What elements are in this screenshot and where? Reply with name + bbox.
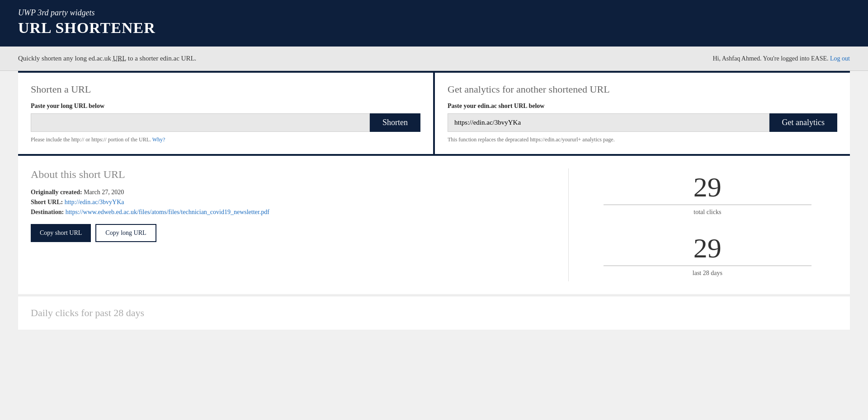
created-value: March 27, 2020 (84, 189, 124, 196)
about-left: About this short URL Originally created:… (31, 168, 568, 281)
last28-number: 29 (578, 234, 837, 262)
shorten-panel-wrapper: Shorten a URL Paste your long URL below … (18, 71, 435, 154)
header: UWP 3rd party widgets URL SHORTENER (0, 0, 868, 47)
short-url-line: Short URL: http://edin.ac/3bvyYKa (31, 199, 550, 206)
login-info: Hi, Ashfaq Ahmed. You're logged into EAS… (712, 55, 850, 62)
destination-label: Destination: (31, 209, 64, 215)
shorten-input[interactable] (31, 113, 370, 132)
shorten-panel: Shorten a URL Paste your long URL below … (18, 73, 433, 154)
analytics-label: Paste your edin.ac short URL below (448, 103, 837, 110)
logout-link[interactable]: Log out (830, 55, 850, 62)
login-text: Hi, Ashfaq Ahmed. You're logged into EAS… (712, 55, 828, 62)
short-url-value[interactable]: http://edin.ac/3bvyYKa (65, 199, 124, 205)
analytics-input[interactable] (448, 113, 769, 132)
copy-long-url-button[interactable]: Copy long URL (95, 224, 156, 242)
total-clicks-number: 29 (578, 173, 837, 201)
shorten-button[interactable]: Shorten (370, 113, 420, 132)
header-title: URL SHORTENER (18, 19, 850, 37)
shorten-input-row: Shorten (31, 113, 420, 132)
copy-buttons-row: Copy short URL Copy long URL (31, 224, 550, 242)
analytics-panel: Get analytics for another shortened URL … (435, 73, 850, 154)
shorten-label: Paste your long URL below (31, 103, 420, 110)
url-label: URL (113, 55, 126, 62)
destination-value[interactable]: https://www.edweb.ed.ac.uk/files/atoms/f… (66, 209, 269, 215)
analytics-hint: This function replaces the depracated ht… (448, 136, 837, 143)
header-subtitle: UWP 3rd party widgets (18, 8, 850, 18)
shorten-hint-text: Please include the http:// or https:// p… (31, 136, 151, 143)
created-line: Originally created: March 27, 2020 (31, 189, 550, 196)
about-heading: About this short URL (31, 168, 550, 181)
daily-heading: Daily clicks for past 28 days (31, 307, 837, 319)
destination-line: Destination: https://www.edweb.ed.ac.uk/… (31, 209, 550, 216)
main-content: Shorten a URL Paste your long URL below … (0, 71, 868, 348)
analytics-panel-wrapper: Get analytics for another shortened URL … (435, 71, 850, 154)
shorten-hint: Please include the http:// or https:// p… (31, 136, 420, 143)
panels-row: Shorten a URL Paste your long URL below … (18, 71, 850, 154)
topbar: Quickly shorten any long ed.ac.uk URL to… (0, 47, 868, 71)
total-clicks-block: 29 total clicks (578, 168, 837, 220)
get-analytics-button[interactable]: Get analytics (769, 113, 837, 132)
shorten-heading: Shorten a URL (31, 84, 420, 95)
short-url-label: Short URL: (31, 199, 63, 205)
copy-short-url-button[interactable]: Copy short URL (31, 224, 91, 242)
last28-block: 29 last 28 days (578, 229, 837, 281)
daily-section: Daily clicks for past 28 days (18, 296, 850, 330)
analytics-input-row: Get analytics (448, 113, 837, 132)
shorten-why-link[interactable]: Why? (152, 136, 165, 143)
last28-divider (604, 266, 811, 266)
total-clicks-divider (604, 205, 811, 205)
analytics-hint-text: This function replaces the depracated ht… (448, 136, 615, 143)
total-clicks-label: total clicks (578, 209, 837, 216)
last28-label: last 28 days (578, 270, 837, 277)
about-section: About this short URL Originally created:… (18, 154, 850, 294)
page-description: Quickly shorten any long ed.ac.uk URL to… (18, 55, 196, 62)
stats-panel: 29 total clicks 29 last 28 days (568, 168, 837, 281)
created-label: Originally created: (31, 189, 82, 196)
analytics-heading: Get analytics for another shortened URL (448, 84, 837, 95)
